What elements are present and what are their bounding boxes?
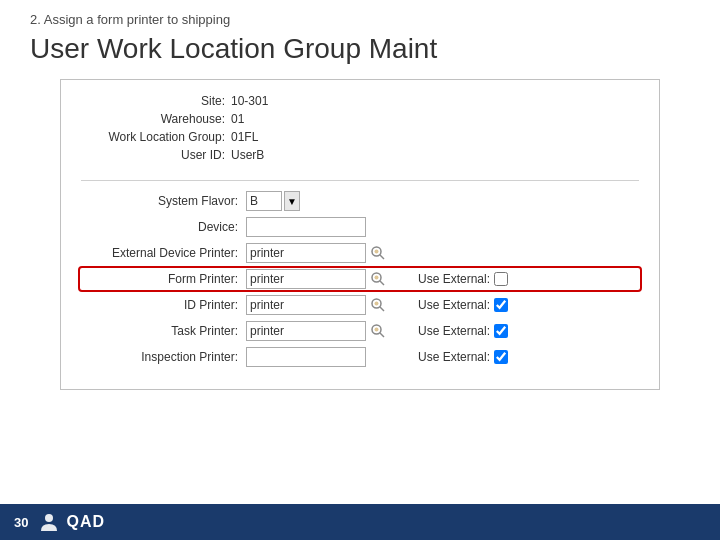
device-label: Device: xyxy=(81,220,246,234)
system-flavor-input[interactable] xyxy=(246,191,282,211)
ext-device-printer-input[interactable] xyxy=(246,243,366,263)
inspection-printer-row: Inspection Printer: Use External: xyxy=(81,347,639,367)
id-use-external-label: Use External: xyxy=(418,298,490,312)
svg-point-12 xyxy=(45,514,53,522)
logo-text: QAD xyxy=(66,513,105,531)
svg-line-1 xyxy=(380,255,384,259)
svg-line-4 xyxy=(380,281,384,285)
ext-device-printer-search-button[interactable] xyxy=(368,243,388,263)
work-location-label: Work Location Group: xyxy=(81,130,231,144)
system-flavor-row: System Flavor: ▼ xyxy=(81,191,639,211)
id-printer-input[interactable] xyxy=(246,295,366,315)
field-section: System Flavor: ▼ Device: External Device… xyxy=(81,191,639,367)
svg-point-8 xyxy=(375,302,379,306)
search-icon xyxy=(370,271,386,287)
svg-line-10 xyxy=(380,333,384,337)
id-printer-label: ID Printer: xyxy=(81,298,246,312)
inspection-printer-label: Inspection Printer: xyxy=(81,350,246,364)
site-value: 10-301 xyxy=(231,94,268,108)
id-printer-row: ID Printer: Use External: xyxy=(81,295,639,315)
form-use-external-checkbox[interactable] xyxy=(494,272,508,286)
search-icon xyxy=(370,323,386,339)
task-use-external-label: Use External: xyxy=(418,324,490,338)
inspection-use-external-checkbox[interactable] xyxy=(494,350,508,364)
ext-device-printer-label: External Device Printer: xyxy=(81,246,246,260)
svg-point-11 xyxy=(375,328,379,332)
svg-point-2 xyxy=(375,250,379,254)
search-icon xyxy=(370,297,386,313)
site-row: Site: 10-301 xyxy=(81,94,639,108)
svg-point-5 xyxy=(375,276,379,280)
task-use-external-checkbox[interactable] xyxy=(494,324,508,338)
warehouse-label: Warehouse: xyxy=(81,112,231,126)
id-use-external-checkbox[interactable] xyxy=(494,298,508,312)
form-printer-row: Form Printer: Use External: xyxy=(81,269,639,289)
work-location-value: 01FL xyxy=(231,130,258,144)
qad-logo-icon xyxy=(38,511,60,533)
task-printer-input[interactable] xyxy=(246,321,366,341)
task-use-external-group: Use External: xyxy=(418,324,508,338)
bottom-bar: 30 QAD xyxy=(0,504,720,540)
divider xyxy=(81,180,639,181)
info-section: Site: 10-301 Warehouse: 01 Work Location… xyxy=(81,94,639,162)
form-use-external-label: Use External: xyxy=(418,272,490,286)
page-title: User Work Location Group Maint xyxy=(30,33,690,65)
form-container: Site: 10-301 Warehouse: 01 Work Location… xyxy=(60,79,660,390)
system-flavor-wrapper: ▼ xyxy=(246,191,300,211)
user-id-row: User ID: UserB xyxy=(81,148,639,162)
warehouse-row: Warehouse: 01 xyxy=(81,112,639,126)
system-flavor-label: System Flavor: xyxy=(81,194,246,208)
form-use-external-group: Use External: xyxy=(418,272,508,286)
form-printer-label: Form Printer: xyxy=(81,272,246,286)
step-label: 2. Assign a form printer to shipping xyxy=(30,12,690,27)
page-number: 30 xyxy=(14,515,28,530)
ext-device-printer-row: External Device Printer: xyxy=(81,243,639,263)
user-id-label: User ID: xyxy=(81,148,231,162)
device-row: Device: xyxy=(81,217,639,237)
form-printer-input[interactable] xyxy=(246,269,366,289)
user-id-value: UserB xyxy=(231,148,264,162)
logo-area: QAD xyxy=(38,511,105,533)
system-flavor-dropdown[interactable]: ▼ xyxy=(284,191,300,211)
id-printer-search-button[interactable] xyxy=(368,295,388,315)
site-label: Site: xyxy=(81,94,231,108)
task-printer-label: Task Printer: xyxy=(81,324,246,338)
inspection-use-external-label: Use External: xyxy=(418,350,490,364)
task-printer-row: Task Printer: Use External: xyxy=(81,321,639,341)
warehouse-value: 01 xyxy=(231,112,244,126)
form-printer-search-button[interactable] xyxy=(368,269,388,289)
device-input[interactable] xyxy=(246,217,366,237)
work-location-row: Work Location Group: 01FL xyxy=(81,130,639,144)
task-printer-search-button[interactable] xyxy=(368,321,388,341)
search-icon xyxy=(370,245,386,261)
inspection-printer-input[interactable] xyxy=(246,347,366,367)
inspection-use-external-group: Use External: xyxy=(418,350,508,364)
svg-line-7 xyxy=(380,307,384,311)
id-use-external-group: Use External: xyxy=(418,298,508,312)
